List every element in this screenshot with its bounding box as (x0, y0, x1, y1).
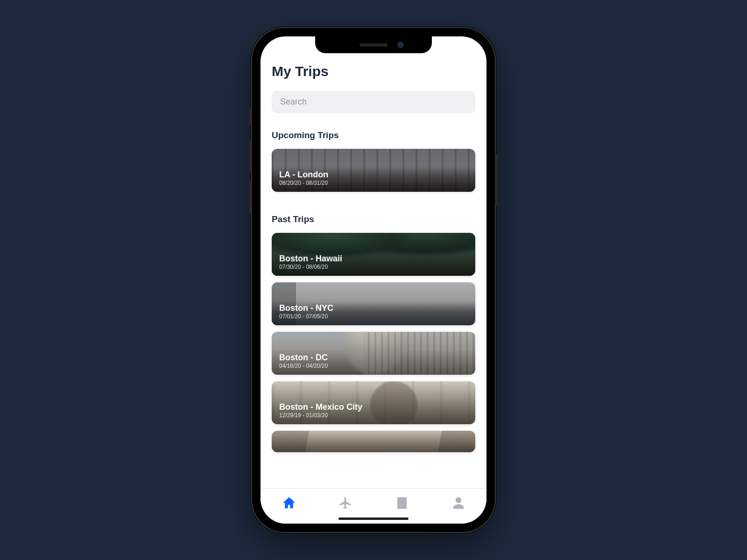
trip-card-dates: 04/18/20 - 04/20/20 (279, 363, 468, 369)
home-icon (282, 496, 296, 510)
trip-card[interactable]: Boston - NYC07/01/20 - 07/05/20 (272, 282, 475, 325)
volume-down-button (249, 182, 252, 215)
power-button (495, 154, 498, 205)
trip-card-overlay (272, 431, 475, 452)
upcoming-trip-list: LA - London08/20/20 - 08/31/20 (272, 149, 475, 192)
search-input[interactable] (272, 91, 475, 113)
mute-switch (249, 107, 252, 126)
trip-card-title: Boston - DC (279, 353, 468, 363)
trip-card-dates: 08/20/20 - 08/31/20 (279, 180, 468, 186)
trip-card-dates: 07/30/20 - 08/06/20 (279, 264, 468, 270)
trip-card[interactable]: Boston - DC04/18/20 - 04/20/20 (272, 332, 475, 375)
trip-card[interactable]: LA - London08/20/20 - 08/31/20 (272, 149, 475, 192)
content-scroll[interactable]: My Trips Upcoming Trips LA - London08/20… (261, 36, 486, 488)
trip-card[interactable]: Boston - Mexico City12/29/19 - 01/03/20 (272, 381, 475, 424)
volume-up-button (249, 140, 252, 173)
trip-card-title: Boston - Hawaii (279, 254, 468, 264)
speaker-grille (359, 43, 388, 47)
past-trip-list: Boston - Hawaii07/30/20 - 08/06/20Boston… (272, 233, 475, 452)
phone-frame: My Trips Upcoming Trips LA - London08/20… (252, 28, 495, 532)
tab-hotels[interactable] (392, 493, 412, 513)
section-title-past: Past Trips (272, 214, 475, 224)
tab-profile[interactable] (448, 493, 469, 513)
home-indicator[interactable] (338, 518, 409, 520)
trip-card-title: LA - London (279, 170, 468, 180)
person-icon (451, 496, 465, 510)
notch (315, 36, 432, 53)
tab-flights[interactable] (335, 493, 356, 513)
trip-card-dates: 07/01/20 - 07/05/20 (279, 313, 468, 320)
trip-card[interactable] (272, 431, 475, 452)
trip-card-title: Boston - NYC (279, 303, 468, 313)
trip-card-dates: 12/29/19 - 01/03/20 (279, 412, 468, 419)
building-icon (395, 496, 409, 510)
section-title-upcoming: Upcoming Trips (272, 130, 475, 140)
front-camera (397, 42, 404, 48)
page-title: My Trips (272, 63, 475, 79)
plane-icon (338, 496, 352, 510)
trip-card-title: Boston - Mexico City (279, 402, 468, 412)
trip-card[interactable]: Boston - Hawaii07/30/20 - 08/06/20 (272, 233, 475, 276)
tab-home[interactable] (279, 493, 299, 513)
screen: My Trips Upcoming Trips LA - London08/20… (261, 36, 486, 524)
